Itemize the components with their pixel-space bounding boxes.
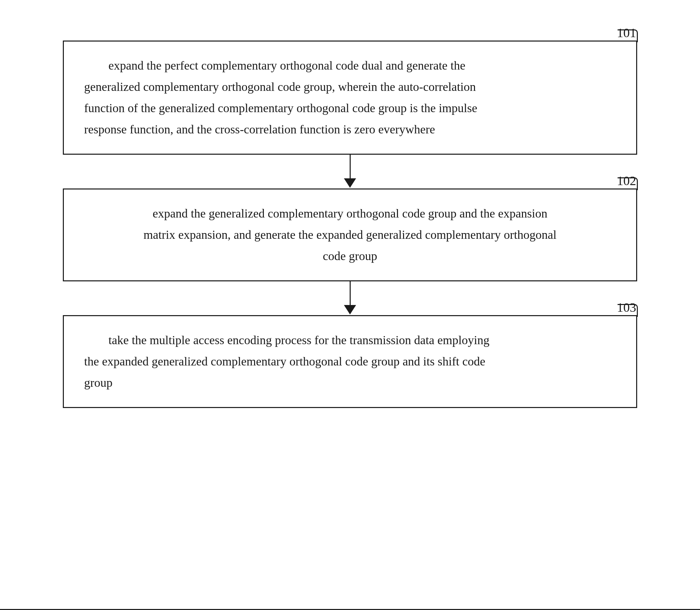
arrow-2-head	[344, 305, 356, 315]
step-103-text: take the multiple access encoding proces…	[84, 330, 616, 394]
label-102-container: 102	[617, 170, 638, 192]
step-101-text: expand the perfect complementary orthogo…	[84, 55, 616, 140]
arrow-2-line	[350, 282, 351, 305]
step-101-wrapper: 101 expand the perfect complementary ort…	[63, 41, 637, 155]
arrow-1-head	[344, 178, 356, 188]
arrow-1-line	[350, 155, 351, 178]
bracket-103	[618, 304, 638, 317]
bracket-101	[618, 29, 638, 42]
label-101-container: 101	[617, 22, 638, 44]
step-102-box: 102 expand the generalized complementary…	[63, 189, 637, 282]
label-103-container: 103	[617, 296, 638, 319]
step-103-wrapper: 103 take the multiple access encoding pr…	[63, 315, 637, 408]
step-102-wrapper: 102 expand the generalized complementary…	[63, 189, 637, 282]
arrow-2	[344, 282, 356, 315]
step-101-box: 101 expand the perfect complementary ort…	[63, 41, 637, 155]
page-container: 101 expand the perfect complementary ort…	[0, 0, 700, 610]
step-103-box: 103 take the multiple access encoding pr…	[63, 315, 637, 408]
arrow-1	[344, 155, 356, 189]
bracket-102	[618, 177, 638, 190]
flowchart: 101 expand the perfect complementary ort…	[63, 41, 637, 408]
step-102-text: expand the generalized complementary ort…	[84, 203, 616, 267]
